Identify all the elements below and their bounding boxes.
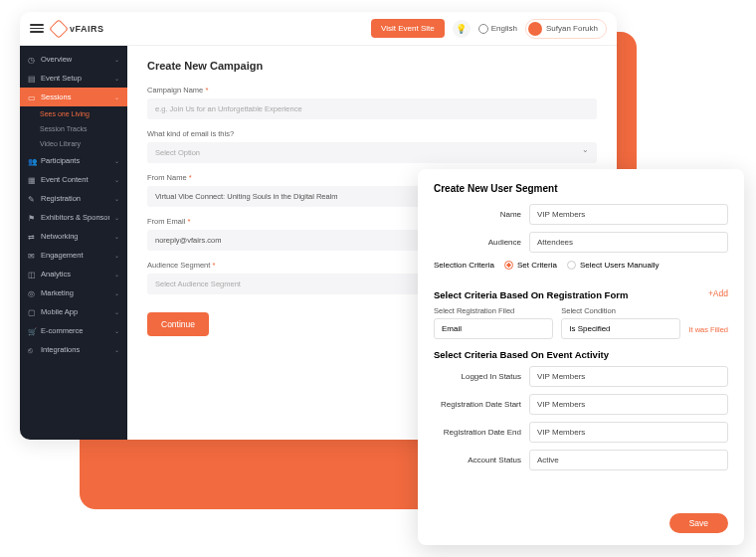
sidebar-item-overview[interactable]: ◷Overview⌄	[20, 50, 127, 69]
nav-icon: ◫	[28, 271, 36, 278]
login-status-input[interactable]	[529, 366, 728, 387]
segment-audience-input[interactable]	[529, 232, 728, 253]
radio-select-manually[interactable]: Select Users Manually	[567, 261, 660, 270]
nav-label: Marketing	[41, 288, 109, 297]
nav-icon: ⚑	[28, 214, 36, 222]
chevron-down-icon: ⌄	[114, 308, 119, 315]
nav-icon: 👥	[28, 157, 36, 165]
campaign-name-label: Campaign Name *	[147, 86, 597, 94]
menu-icon[interactable]	[30, 24, 44, 33]
nav-icon: ⎋	[28, 346, 36, 354]
nav-icon: ▦	[28, 176, 36, 184]
sidebar-subitem[interactable]: Sees one Living	[20, 106, 127, 121]
condition-select[interactable]	[561, 318, 680, 339]
account-status-label: Account Status	[434, 456, 521, 464]
condition-label: Select Condition	[561, 306, 680, 315]
chevron-down-icon: ⌄	[114, 75, 119, 82]
chevron-down-icon: ⌄	[114, 214, 119, 221]
nav-icon: ▭	[28, 93, 36, 101]
sidebar-item-e-commerce[interactable]: 🛒E-commerce⌄	[20, 321, 127, 340]
nav-label: Overview	[41, 55, 109, 64]
chevron-down-icon: ⌄	[114, 195, 119, 202]
email-kind-label: What kind of email is this?	[147, 129, 597, 138]
nav-label: Participants	[41, 156, 109, 165]
it-was-filled-link[interactable]: It was Filled	[688, 325, 728, 339]
reg-date-start-label: Registration Date Start	[434, 400, 521, 409]
sidebar-item-marketing[interactable]: ◎Marketing⌄	[20, 283, 127, 302]
nav-label: Event Setup	[41, 74, 109, 83]
chevron-down-icon: ⌄	[114, 157, 119, 164]
globe-icon	[478, 24, 488, 34]
nav-icon: ▤	[28, 75, 36, 83]
nav-label: Analytics	[41, 270, 109, 278]
save-button[interactable]: Save	[669, 513, 728, 533]
user-menu[interactable]: Sufyan Forukh	[525, 19, 607, 39]
user-name: Sufyan Forukh	[546, 24, 598, 33]
reg-field-select[interactable]	[434, 318, 553, 339]
sidebar: ◷Overview⌄▤Event Setup⌄▭Sessions⌄Sees on…	[20, 46, 127, 440]
sidebar-item-mobile-app[interactable]: ▢Mobile App⌄	[20, 302, 127, 321]
nav-icon: ◷	[28, 56, 36, 64]
brand-logo[interactable]: vFAIRS	[52, 22, 104, 36]
chevron-down-icon: ⌄	[114, 271, 119, 278]
page-title: Create New Campaign	[147, 60, 597, 72]
nav-label: Integrations	[41, 345, 109, 354]
sidebar-item-event-content[interactable]: ▦Event Content⌄	[20, 170, 127, 189]
nav-label: Sessions	[41, 93, 109, 101]
segment-audience-label: Audience	[434, 238, 521, 247]
sidebar-subitem[interactable]: Session Tracks	[20, 121, 127, 136]
radio-dot-icon	[504, 261, 513, 270]
account-status-input[interactable]	[529, 450, 728, 470]
sidebar-item-networking[interactable]: ⇄Networking⌄	[20, 227, 127, 246]
segment-panel-title: Create New User Segment	[434, 183, 728, 194]
nav-label: Mobile App	[41, 307, 109, 316]
brand-text: vFAIRS	[70, 24, 104, 34]
language-switcher[interactable]: English	[478, 24, 517, 34]
add-criteria-link[interactable]: +Add	[708, 288, 728, 298]
sidebar-item-event-setup[interactable]: ▤Event Setup⌄	[20, 69, 127, 88]
avatar	[528, 22, 542, 36]
nav-label: Exhibitors & Sponsors	[41, 213, 109, 222]
topbar: vFAIRS Visit Event Site 💡 English Sufyan…	[20, 12, 617, 46]
chevron-down-icon: ⌄	[114, 346, 119, 353]
chevron-down-icon: ⌄	[114, 233, 119, 240]
email-kind-select[interactable]	[147, 142, 597, 163]
continue-button[interactable]: Continue	[147, 312, 209, 336]
nav-icon: ✎	[28, 195, 36, 203]
segment-name-input[interactable]	[529, 204, 728, 225]
chevron-down-icon: ⌄	[114, 176, 119, 183]
nav-label: Networking	[41, 232, 109, 241]
sidebar-item-exhibitors-sponsors[interactable]: ⚑Exhibitors & Sponsors⌄	[20, 208, 127, 227]
nav-icon: 🛒	[28, 327, 36, 335]
nav-label: Engagement	[41, 251, 109, 260]
nav-label: Registration	[41, 194, 109, 203]
sidebar-item-analytics[interactable]: ◫Analytics⌄	[20, 265, 127, 283]
nav-label: Event Content	[41, 175, 109, 184]
language-label: English	[491, 24, 517, 33]
activity-section-title: Select Criteria Based On Event Activity	[434, 349, 728, 360]
sidebar-item-sessions[interactable]: ▭Sessions⌄	[20, 88, 127, 106]
sidebar-item-integrations[interactable]: ⎋Integrations⌄	[20, 340, 127, 359]
radio-set-criteria[interactable]: Set Criteria	[504, 261, 557, 270]
selection-criteria-label: Selection Criteria	[434, 261, 494, 270]
sidebar-item-registration[interactable]: ✎Registration⌄	[20, 189, 127, 208]
chevron-down-icon: ⌄	[114, 327, 119, 334]
lightbulb-icon[interactable]: 💡	[453, 20, 471, 38]
reg-date-start-input[interactable]	[529, 394, 728, 415]
chevron-down-icon: ⌄	[114, 93, 119, 100]
sidebar-subitem[interactable]: Video Library	[20, 136, 127, 151]
chevron-down-icon: ⌄	[114, 56, 119, 63]
chevron-down-icon: ⌄	[114, 252, 119, 259]
campaign-name-input[interactable]	[147, 98, 597, 119]
login-status-label: Logged In Status	[434, 372, 521, 381]
registration-section-title: Select Criteria Based On Registration Fo…	[434, 289, 628, 300]
reg-date-end-label: Registration Date End	[434, 428, 521, 437]
nav-icon: ◎	[28, 289, 36, 297]
nav-icon: ▢	[28, 308, 36, 316]
sidebar-item-participants[interactable]: 👥Participants⌄	[20, 151, 127, 170]
radio-dot-icon	[567, 261, 576, 270]
reg-date-end-input[interactable]	[529, 422, 728, 443]
sidebar-item-engagement[interactable]: ✉Engagement⌄	[20, 246, 127, 265]
nav-icon: ⇄	[28, 233, 36, 241]
visit-event-button[interactable]: Visit Event Site	[371, 19, 445, 38]
